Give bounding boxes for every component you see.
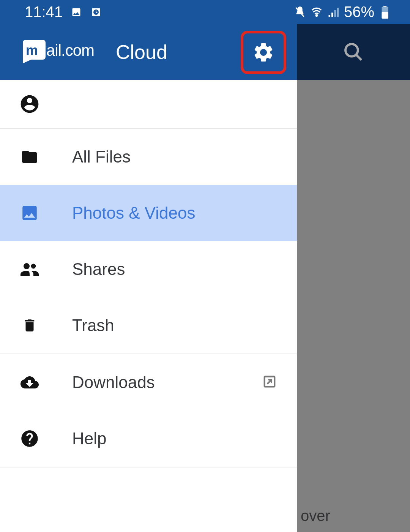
svg-line-11 — [356, 55, 361, 60]
svg-text:m: m — [26, 43, 38, 58]
mute-icon — [294, 6, 306, 18]
nav-label: Shares — [72, 260, 279, 279]
nav-label: Trash — [72, 316, 279, 335]
header-search-area — [297, 24, 410, 80]
signal-icon — [327, 6, 339, 18]
clock-icon — [90, 6, 102, 18]
open-external-icon — [262, 374, 279, 391]
status-left: 11:41 — [25, 3, 102, 21]
account-icon — [18, 93, 41, 115]
image-icon — [18, 202, 41, 224]
nav-item-photos-videos[interactable]: Photos & Videos — [0, 185, 297, 241]
app-subtitle: Cloud — [116, 41, 167, 63]
svg-rect-9 — [382, 12, 388, 19]
nav-item-help[interactable]: Help — [0, 410, 297, 467]
battery-percent: 56% — [344, 3, 374, 21]
svg-rect-5 — [334, 10, 336, 17]
svg-text:ail.com: ail.com — [46, 41, 94, 59]
mailcom-logo-icon: m ail.com — [23, 40, 106, 65]
svg-point-10 — [345, 44, 358, 57]
status-bar: 11:41 56% — [0, 0, 410, 24]
svg-point-14 — [24, 263, 30, 269]
background-text-fragment: over — [301, 507, 330, 524]
divider — [0, 467, 297, 467]
svg-point-2 — [316, 14, 317, 16]
svg-rect-6 — [337, 8, 339, 17]
picture-icon — [70, 6, 82, 18]
folder-icon — [18, 145, 41, 168]
status-time: 11:41 — [25, 3, 63, 21]
app-header: m ail.com Cloud — [0, 24, 297, 80]
battery-icon — [379, 6, 391, 18]
navigation-drawer: All Files Photos & Videos Shares Trash D… — [0, 80, 297, 467]
trash-icon — [18, 314, 41, 337]
help-icon — [18, 427, 41, 450]
settings-button-highlight[interactable] — [241, 31, 286, 74]
nav-label: All Files — [72, 147, 279, 166]
search-icon[interactable] — [343, 41, 364, 63]
svg-rect-7 — [383, 6, 387, 7]
account-section[interactable] — [0, 80, 297, 129]
nav-label: Help — [72, 429, 279, 448]
app-logo: m ail.com Cloud — [23, 40, 167, 65]
gear-icon — [252, 41, 275, 64]
cloud-download-icon — [18, 371, 41, 394]
nav-label: Downloads — [72, 373, 262, 392]
status-right: 56% — [294, 3, 391, 21]
people-icon — [18, 258, 41, 281]
content-scrim[interactable]: over — [297, 80, 410, 532]
wifi-icon — [311, 6, 323, 18]
svg-point-15 — [31, 264, 36, 269]
nav-item-trash[interactable]: Trash — [0, 297, 297, 354]
nav-item-shares[interactable]: Shares — [0, 241, 297, 297]
svg-rect-4 — [331, 13, 333, 17]
nav-item-downloads[interactable]: Downloads — [0, 354, 297, 410]
svg-rect-3 — [328, 15, 330, 17]
nav-label: Photos & Videos — [72, 204, 279, 223]
nav-item-all-files[interactable]: All Files — [0, 129, 297, 185]
